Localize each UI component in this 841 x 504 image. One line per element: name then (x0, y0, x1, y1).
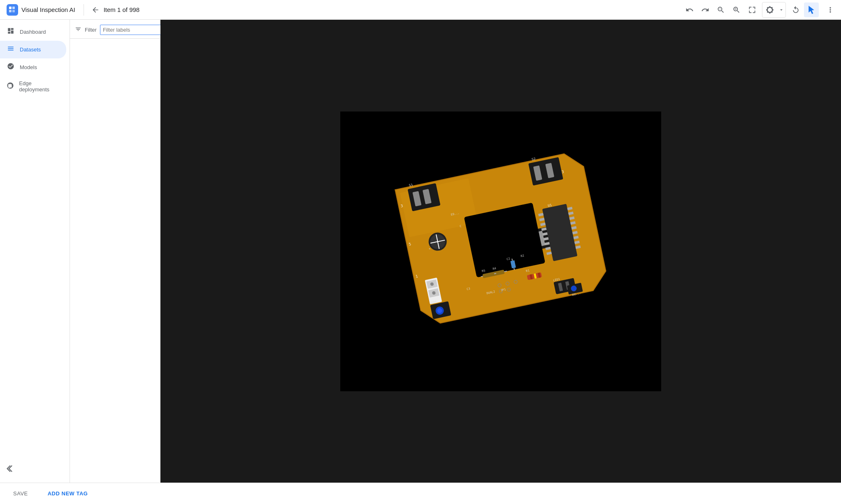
dashboard-label: Dashboard (20, 29, 46, 35)
sidebar: Dashboard Datasets Models Edge deploymen… (0, 20, 70, 483)
top-bar: Visual Inspection AI Item 1 of 998 (0, 0, 841, 20)
brightness-button[interactable] (762, 2, 777, 17)
undo-button[interactable] (682, 2, 697, 17)
item-label: Item 1 of 998 (104, 6, 140, 13)
cursor-button[interactable] (804, 2, 819, 17)
brightness-control (762, 2, 786, 18)
brightness-dropdown-button[interactable] (777, 2, 785, 17)
item-nav: Item 1 of 998 (89, 3, 140, 16)
more-options-button[interactable] (823, 2, 838, 17)
dashboard-icon (7, 27, 15, 37)
sidebar-item-models[interactable]: Models (0, 58, 66, 76)
add-tag-button[interactable]: ADD NEW TAG (41, 488, 95, 499)
toolbar-actions (682, 2, 838, 18)
app-logo: Visual Inspection AI (3, 4, 79, 16)
labels-content (70, 39, 160, 483)
pcb-image: 3 5 1 3 S1 S2 U1 E0... C + C3 J1 DUAL2 J… (340, 111, 661, 391)
save-button[interactable]: SAVE (7, 488, 35, 499)
svg-line-51 (514, 268, 514, 270)
collapse-sidebar-button[interactable] (0, 461, 70, 476)
filter-label: Filter (85, 27, 97, 33)
svg-line-41 (504, 271, 507, 271)
svg-line-44 (494, 273, 496, 274)
app-title: Visual Inspection AI (21, 6, 75, 13)
sidebar-item-datasets[interactable]: Datasets (0, 41, 66, 58)
models-label: Models (20, 64, 37, 70)
svg-line-43 (481, 276, 483, 276)
datasets-label: Datasets (20, 46, 41, 53)
app-logo-icon (7, 4, 18, 16)
datasets-icon (7, 45, 15, 54)
svg-rect-0 (9, 7, 12, 9)
labels-panel: Filter (70, 20, 160, 483)
sidebar-item-dashboard[interactable]: Dashboard (0, 23, 66, 41)
restore-button[interactable] (788, 2, 803, 17)
svg-rect-3 (12, 10, 15, 12)
zoom-in-button[interactable] (729, 2, 744, 17)
main-layout: Dashboard Datasets Models Edge deploymen… (0, 20, 841, 483)
edge-deployments-icon (7, 82, 14, 91)
bottom-bar: SAVE ADD NEW TAG (0, 483, 841, 504)
sidebar-item-edge-deployments[interactable]: Edge deployments (0, 76, 66, 97)
image-area[interactable]: 3 5 1 3 S1 S2 U1 E0... C + C3 J1 DUAL2 J… (160, 20, 841, 483)
back-button[interactable] (89, 3, 102, 16)
fit-button[interactable] (745, 2, 760, 17)
filter-icon (75, 26, 81, 34)
svg-line-50 (512, 258, 512, 260)
svg-rect-2 (12, 7, 15, 9)
svg-rect-1 (9, 10, 12, 12)
redo-button[interactable] (698, 2, 713, 17)
nav-divider (84, 4, 84, 16)
edge-deployments-label: Edge deployments (19, 80, 60, 93)
zoom-out-button[interactable] (713, 2, 728, 17)
models-icon (7, 63, 15, 72)
labels-header: Filter (70, 20, 160, 39)
